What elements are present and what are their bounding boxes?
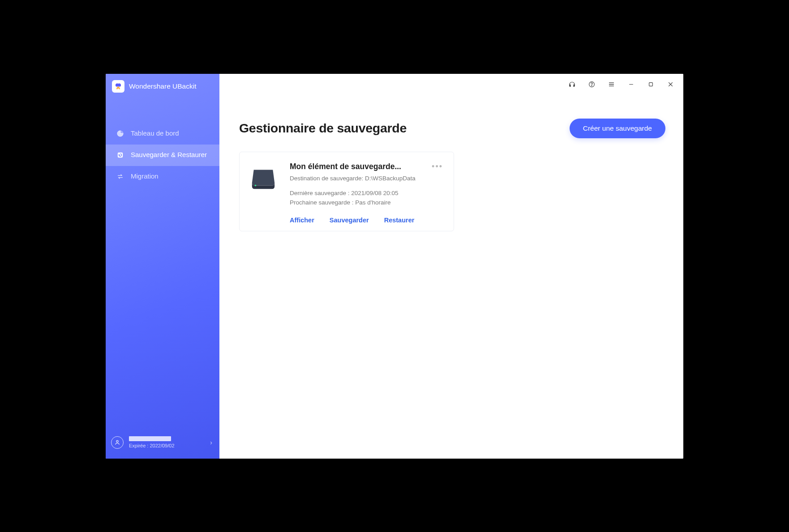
page-header: Gestionnaire de sauvegarde Créer une sau… — [239, 119, 665, 138]
create-backup-button[interactable]: Créer une sauvegarde — [570, 119, 665, 138]
backup-destination: Destination de sauvegarde: D:\WSBackupDa… — [290, 175, 444, 182]
disk-icon — [249, 164, 277, 192]
sidebar-nav: Tableau de bord Sauvegarder & Restaurer — [106, 123, 219, 187]
butterfly-icon — [114, 82, 122, 90]
username-placeholder — [129, 436, 171, 441]
sidebar-item-migration[interactable]: Migration — [106, 166, 219, 187]
pie-chart-icon — [116, 129, 124, 138]
svg-point-3 — [591, 85, 592, 86]
more-options-icon[interactable]: ••• — [431, 162, 444, 171]
sidebar-item-backup-restore[interactable]: Sauvegarder & Restaurer — [106, 145, 219, 166]
svg-point-11 — [255, 184, 256, 186]
svg-rect-8 — [649, 83, 652, 86]
support-icon[interactable] — [567, 80, 577, 89]
view-link[interactable]: Afficher — [290, 217, 314, 224]
app-window: Wondershare UBackit Tableau de bord — [106, 74, 683, 459]
sidebar-header: Wondershare UBackit — [106, 74, 219, 98]
app-title: Wondershare UBackit — [129, 82, 196, 90]
sidebar-footer[interactable]: Expirée : 2022/09/02 › — [106, 430, 219, 459]
window-titlebar — [567, 74, 683, 95]
backup-link[interactable]: Sauvegarder — [330, 217, 369, 224]
nav-label: Migration — [131, 172, 159, 181]
next-backup-line: Prochaine sauvegarde : Pas d'horaire — [290, 199, 444, 206]
restore-link[interactable]: Restaurer — [384, 217, 415, 224]
backup-restore-icon — [116, 151, 124, 160]
user-avatar-icon — [111, 436, 124, 449]
nav-label: Tableau de bord — [131, 129, 179, 138]
page-title: Gestionnaire de sauvegarde — [239, 121, 407, 136]
last-backup-line: Dernière sauvegarde : 2021/09/08 20:05 — [290, 190, 444, 196]
user-block: Expirée : 2022/09/02 — [129, 436, 205, 448]
menu-icon[interactable] — [606, 80, 616, 89]
chevron-right-icon: › — [210, 439, 214, 446]
backup-card-actions: Afficher Sauvegarder Restaurer — [249, 217, 444, 224]
maximize-button[interactable] — [646, 80, 656, 89]
sidebar: Wondershare UBackit Tableau de bord — [106, 74, 219, 459]
svg-point-1 — [116, 440, 118, 442]
close-button[interactable] — [665, 80, 675, 89]
migration-icon — [116, 172, 124, 181]
app-logo — [112, 80, 124, 93]
nav-label: Sauvegarder & Restaurer — [131, 151, 207, 159]
backup-card: Mon élément de sauvegarde... ••• Destina… — [239, 152, 454, 231]
sidebar-item-dashboard[interactable]: Tableau de bord — [106, 123, 219, 145]
main-content: Gestionnaire de sauvegarde Créer une sau… — [219, 74, 683, 459]
expiry-label: Expirée : 2022/09/02 — [129, 443, 205, 448]
help-icon[interactable] — [587, 80, 596, 89]
svg-rect-0 — [117, 153, 122, 157]
backup-item-title: Mon élément de sauvegarde... — [290, 162, 431, 171]
minimize-button[interactable] — [626, 80, 636, 89]
